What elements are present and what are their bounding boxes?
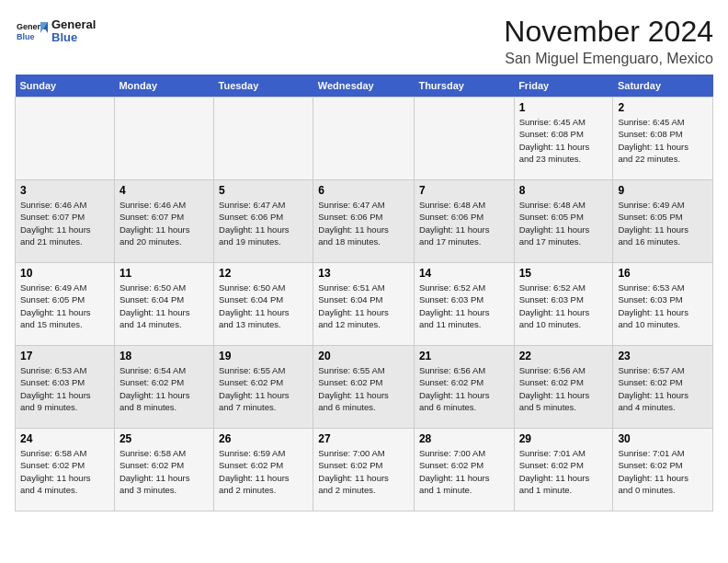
day-detail: Sunrise: 6:50 AM Sunset: 6:04 PM Dayligh… <box>219 282 308 330</box>
calendar-cell: 21Sunrise: 6:56 AM Sunset: 6:02 PM Dayli… <box>414 346 514 429</box>
day-detail: Sunrise: 6:49 AM Sunset: 6:05 PM Dayligh… <box>618 199 708 247</box>
th-wednesday: Wednesday <box>313 75 415 98</box>
day-number: 22 <box>519 350 609 362</box>
day-detail: Sunrise: 6:52 AM Sunset: 6:03 PM Dayligh… <box>419 282 509 330</box>
day-number: 9 <box>618 184 708 197</box>
day-detail: Sunrise: 6:47 AM Sunset: 6:06 PM Dayligh… <box>318 199 409 247</box>
day-number: 26 <box>219 432 308 445</box>
calendar-header: Sunday Monday Tuesday Wednesday Thursday… <box>16 75 713 98</box>
day-number: 7 <box>419 184 509 197</box>
day-detail: Sunrise: 6:53 AM Sunset: 6:03 PM Dayligh… <box>618 282 708 330</box>
day-detail: Sunrise: 6:45 AM Sunset: 6:08 PM Dayligh… <box>519 116 609 165</box>
svg-rect-0 <box>15 15 48 48</box>
day-detail: Sunrise: 7:00 AM Sunset: 6:02 PM Dayligh… <box>318 447 409 496</box>
day-number: 6 <box>318 184 409 197</box>
calendar-cell: 13Sunrise: 6:51 AM Sunset: 6:04 PM Dayli… <box>313 263 415 346</box>
month-title: November 2024 <box>504 15 713 49</box>
day-detail: Sunrise: 6:55 AM Sunset: 6:02 PM Dayligh… <box>219 364 308 413</box>
calendar-cell <box>414 98 514 180</box>
day-number: 27 <box>318 432 409 445</box>
calendar-cell: 3Sunrise: 6:46 AM Sunset: 6:07 PM Daylig… <box>16 180 115 263</box>
day-detail: Sunrise: 6:52 AM Sunset: 6:03 PM Dayligh… <box>519 282 609 330</box>
day-detail: Sunrise: 6:56 AM Sunset: 6:02 PM Dayligh… <box>419 364 509 413</box>
day-number: 23 <box>618 350 708 362</box>
day-detail: Sunrise: 6:47 AM Sunset: 6:06 PM Dayligh… <box>219 199 308 247</box>
day-detail: Sunrise: 6:58 AM Sunset: 6:02 PM Dayligh… <box>20 447 109 496</box>
weekday-row: Sunday Monday Tuesday Wednesday Thursday… <box>16 75 713 98</box>
th-friday: Friday <box>514 75 613 98</box>
svg-text:Blue: Blue <box>17 32 35 41</box>
day-detail: Sunrise: 7:01 AM Sunset: 6:02 PM Dayligh… <box>519 447 609 496</box>
calendar-cell: 5Sunrise: 6:47 AM Sunset: 6:06 PM Daylig… <box>214 180 313 263</box>
calendar-cell: 28Sunrise: 7:00 AM Sunset: 6:02 PM Dayli… <box>414 429 514 511</box>
day-detail: Sunrise: 6:45 AM Sunset: 6:08 PM Dayligh… <box>618 116 708 165</box>
th-sunday: Sunday <box>16 75 115 98</box>
page-header: General Blue General Blue November 2024 … <box>15 15 713 67</box>
logo-icon: General Blue <box>15 15 48 48</box>
calendar-cell: 8Sunrise: 6:48 AM Sunset: 6:05 PM Daylig… <box>514 180 613 263</box>
day-number: 12 <box>219 267 308 280</box>
calendar-cell: 23Sunrise: 6:57 AM Sunset: 6:02 PM Dayli… <box>613 346 713 429</box>
day-number: 5 <box>219 184 308 197</box>
calendar-week-1: 1Sunrise: 6:45 AM Sunset: 6:08 PM Daylig… <box>16 98 713 180</box>
calendar-week-4: 17Sunrise: 6:53 AM Sunset: 6:03 PM Dayli… <box>16 346 713 429</box>
th-tuesday: Tuesday <box>214 75 313 98</box>
day-detail: Sunrise: 6:48 AM Sunset: 6:05 PM Dayligh… <box>519 199 609 247</box>
day-detail: Sunrise: 6:55 AM Sunset: 6:02 PM Dayligh… <box>318 364 409 413</box>
calendar-cell: 30Sunrise: 7:01 AM Sunset: 6:02 PM Dayli… <box>613 429 713 511</box>
day-detail: Sunrise: 6:46 AM Sunset: 6:07 PM Dayligh… <box>20 199 109 247</box>
day-detail: Sunrise: 6:51 AM Sunset: 6:04 PM Dayligh… <box>318 282 409 330</box>
calendar-table: Sunday Monday Tuesday Wednesday Thursday… <box>15 75 713 511</box>
day-number: 2 <box>618 101 708 114</box>
day-detail: Sunrise: 6:54 AM Sunset: 6:02 PM Dayligh… <box>119 364 209 413</box>
calendar-cell: 24Sunrise: 6:58 AM Sunset: 6:02 PM Dayli… <box>16 429 115 511</box>
day-detail: Sunrise: 6:53 AM Sunset: 6:03 PM Dayligh… <box>20 364 109 413</box>
day-number: 15 <box>519 267 609 280</box>
day-detail: Sunrise: 6:49 AM Sunset: 6:05 PM Dayligh… <box>20 282 109 330</box>
calendar-cell: 25Sunrise: 6:58 AM Sunset: 6:02 PM Dayli… <box>114 429 213 511</box>
day-number: 1 <box>519 101 609 114</box>
day-detail: Sunrise: 6:46 AM Sunset: 6:07 PM Dayligh… <box>119 199 209 247</box>
th-monday: Monday <box>114 75 213 98</box>
calendar-cell <box>114 98 213 180</box>
calendar-cell: 14Sunrise: 6:52 AM Sunset: 6:03 PM Dayli… <box>414 263 514 346</box>
calendar-cell: 12Sunrise: 6:50 AM Sunset: 6:04 PM Dayli… <box>214 263 313 346</box>
day-number: 20 <box>318 350 409 362</box>
calendar-cell: 22Sunrise: 6:56 AM Sunset: 6:02 PM Dayli… <box>514 346 613 429</box>
calendar-week-2: 3Sunrise: 6:46 AM Sunset: 6:07 PM Daylig… <box>16 180 713 263</box>
day-number: 28 <box>419 432 509 445</box>
day-detail: Sunrise: 6:59 AM Sunset: 6:02 PM Dayligh… <box>219 447 308 496</box>
title-block: November 2024 San Miguel Emenguaro, Mexi… <box>504 15 713 67</box>
day-number: 30 <box>618 432 708 445</box>
day-number: 21 <box>419 350 509 362</box>
calendar-cell: 9Sunrise: 6:49 AM Sunset: 6:05 PM Daylig… <box>613 180 713 263</box>
calendar-cell: 16Sunrise: 6:53 AM Sunset: 6:03 PM Dayli… <box>613 263 713 346</box>
calendar-cell: 17Sunrise: 6:53 AM Sunset: 6:03 PM Dayli… <box>16 346 115 429</box>
logo-blue-text: Blue <box>51 31 96 44</box>
day-number: 16 <box>618 267 708 280</box>
calendar-cell: 1Sunrise: 6:45 AM Sunset: 6:08 PM Daylig… <box>514 98 613 180</box>
calendar-cell: 10Sunrise: 6:49 AM Sunset: 6:05 PM Dayli… <box>16 263 115 346</box>
calendar-cell: 11Sunrise: 6:50 AM Sunset: 6:04 PM Dayli… <box>114 263 213 346</box>
day-detail: Sunrise: 6:57 AM Sunset: 6:02 PM Dayligh… <box>618 364 708 413</box>
calendar-week-3: 10Sunrise: 6:49 AM Sunset: 6:05 PM Dayli… <box>16 263 713 346</box>
calendar-cell <box>313 98 415 180</box>
day-number: 13 <box>318 267 409 280</box>
day-detail: Sunrise: 6:50 AM Sunset: 6:04 PM Dayligh… <box>119 282 209 330</box>
day-number: 29 <box>519 432 609 445</box>
day-detail: Sunrise: 6:58 AM Sunset: 6:02 PM Dayligh… <box>119 447 209 496</box>
th-saturday: Saturday <box>613 75 713 98</box>
day-number: 11 <box>119 267 209 280</box>
calendar-cell: 20Sunrise: 6:55 AM Sunset: 6:02 PM Dayli… <box>313 346 415 429</box>
day-number: 19 <box>219 350 308 362</box>
calendar-cell: 4Sunrise: 6:46 AM Sunset: 6:07 PM Daylig… <box>114 180 213 263</box>
day-number: 25 <box>119 432 209 445</box>
day-detail: Sunrise: 7:00 AM Sunset: 6:02 PM Dayligh… <box>419 447 509 496</box>
th-thursday: Thursday <box>414 75 514 98</box>
calendar-cell: 18Sunrise: 6:54 AM Sunset: 6:02 PM Dayli… <box>114 346 213 429</box>
location-title: San Miguel Emenguaro, Mexico <box>504 51 713 67</box>
calendar-cell: 29Sunrise: 7:01 AM Sunset: 6:02 PM Dayli… <box>514 429 613 511</box>
day-number: 24 <box>20 432 109 445</box>
logo-general-text: General <box>51 18 96 31</box>
day-detail: Sunrise: 7:01 AM Sunset: 6:02 PM Dayligh… <box>618 447 708 496</box>
